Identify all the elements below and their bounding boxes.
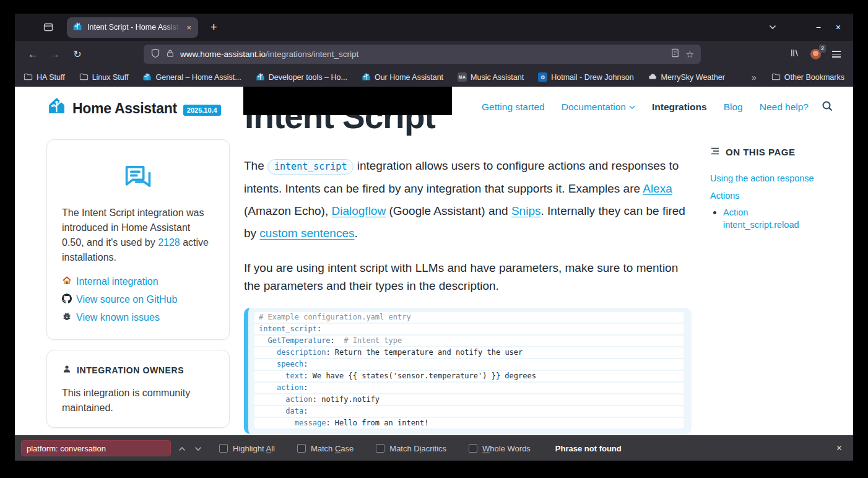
new-tab-button[interactable]: + xyxy=(206,20,222,35)
folder-icon xyxy=(24,72,33,83)
code-line: message: Hello from an intent! xyxy=(254,418,684,428)
page-content: Home Assistant 2025.10.4 Getting started… xyxy=(15,87,853,435)
browser-tab[interactable]: Intent Script - Home Assista × xyxy=(67,17,198,38)
whole-words-option[interactable]: Whole Words xyxy=(469,444,531,453)
bookmark-item[interactable]: o Hotmail - Drew Johnson xyxy=(538,72,633,82)
url-bar[interactable]: www.home-assistant.io/integrations/inten… xyxy=(144,45,701,64)
version-badge[interactable]: 2025.10.4 xyxy=(183,105,221,116)
owners-heading: INTEGRATION OWNERS xyxy=(62,364,214,376)
text: The xyxy=(244,159,267,172)
forward-button[interactable]: → xyxy=(46,45,64,64)
site-brand: Home Assistant xyxy=(72,99,177,118)
window-controls: − × xyxy=(769,22,846,32)
profile-badge: 2 xyxy=(819,45,826,53)
tab-favicon-ha-icon xyxy=(72,21,82,33)
highlight-all-label: Highlight All xyxy=(233,444,275,453)
site-logo[interactable]: Home Assistant 2025.10.4 xyxy=(47,96,221,118)
snips-link[interactable]: Snips xyxy=(511,204,541,217)
findbar-close-icon[interactable]: × xyxy=(831,443,847,454)
tab-close-icon[interactable]: × xyxy=(185,23,193,32)
bookmark-item[interactable]: General – Home Assist... xyxy=(142,72,241,83)
github-icon xyxy=(62,293,72,306)
bookmark-item[interactable]: Developer tools – Ho... xyxy=(256,72,347,83)
installations-link[interactable]: 2128 xyxy=(158,237,180,248)
bookmark-item[interactable]: MA Music Assistant xyxy=(458,72,524,82)
known-issues-link[interactable]: View known issues xyxy=(62,311,214,324)
browser-window: Intent Script - Home Assista × + − × ← →… xyxy=(15,14,853,461)
github-source-link[interactable]: View source on GitHub xyxy=(62,293,214,306)
search-icon[interactable] xyxy=(821,100,833,115)
highlight-all-option[interactable]: Highlight All xyxy=(219,444,275,453)
on-this-page: ON THIS PAGE Using the action response A… xyxy=(710,146,834,231)
toc-subitem: Action intent_script.reload xyxy=(723,206,816,231)
library-icon[interactable] xyxy=(790,48,799,60)
bookmarks-right: » Other Bookmarks xyxy=(752,72,844,83)
reload-button[interactable]: ↻ xyxy=(68,45,87,64)
code-line: text: We have {{ states('sensor.temperat… xyxy=(254,371,684,381)
bug-icon xyxy=(62,311,72,324)
find-input[interactable] xyxy=(21,440,171,456)
music-assistant-icon: MA xyxy=(458,72,467,82)
code-line: intent_script: xyxy=(254,324,684,334)
match-diacritics-option[interactable]: Match Diacritics xyxy=(376,444,446,453)
match-diacritics-checkbox[interactable] xyxy=(376,444,384,453)
match-diacritics-label: Match Diacritics xyxy=(389,444,446,453)
alexa-link[interactable]: Alexa xyxy=(643,182,672,195)
code-line: # Example configuration.yaml entry xyxy=(254,312,684,323)
other-bookmarks-folder[interactable]: Other Bookmarks xyxy=(771,72,844,83)
chevron-down-icon xyxy=(629,105,635,110)
find-previous-chevron-up-icon[interactable] xyxy=(178,443,186,454)
bookmark-item[interactable]: Our Home Assistant xyxy=(362,72,443,83)
dialogflow-link[interactable]: Dialogflow xyxy=(332,204,386,217)
minimize-button[interactable]: − xyxy=(816,22,821,32)
house-icon xyxy=(62,276,72,288)
home-assistant-icon xyxy=(256,72,265,83)
nav-need-help[interactable]: Need help? xyxy=(760,102,809,113)
toc-link-reload[interactable]: Action intent_script.reload xyxy=(723,207,799,230)
find-options: Highlight All Match Case Match Diacritic… xyxy=(219,444,531,453)
firefox-view-icon[interactable] xyxy=(38,17,58,37)
bookmark-label: Music Assistant xyxy=(471,73,524,82)
find-nav-buttons xyxy=(178,443,202,454)
toc-list-icon xyxy=(710,146,720,158)
bookmark-item[interactable]: Linux Stuff xyxy=(79,72,129,83)
nav-blog[interactable]: Blog xyxy=(724,102,743,113)
find-next-chevron-down-icon[interactable] xyxy=(194,443,202,454)
lock-icon[interactable] xyxy=(166,49,175,60)
back-button[interactable]: ← xyxy=(24,45,42,64)
window-close-button[interactable]: × xyxy=(836,22,841,32)
list-all-tabs-chevron-icon[interactable] xyxy=(769,25,776,30)
internal-integration-link[interactable]: Internal integration xyxy=(62,276,214,288)
integration-info-card: The Intent Script integration was introd… xyxy=(46,139,230,340)
menu-hamburger-icon[interactable] xyxy=(832,51,841,58)
nav-documentation[interactable]: Documentation xyxy=(562,102,635,113)
code-line: description: Return the temperature and … xyxy=(254,347,684,358)
integration-intro: The Intent Script integration was introd… xyxy=(62,206,214,265)
tracking-protection-shield-icon[interactable] xyxy=(150,48,160,61)
match-case-label: Match Case xyxy=(311,444,354,453)
bookmarks-overflow-chevron[interactable]: » xyxy=(752,72,757,82)
toc-link-actions[interactable]: Actions xyxy=(710,189,834,202)
article-paragraph-1: The intent_script integration allows use… xyxy=(244,155,692,245)
toc-link-action-response[interactable]: Using the action response xyxy=(710,172,834,185)
navigation-toolbar: ← → ↻ www.home-assistant.io/integrations… xyxy=(15,41,853,67)
nav-integrations[interactable]: Integrations xyxy=(652,102,707,113)
profile-avatar[interactable]: 2 xyxy=(810,49,821,59)
reader-mode-icon[interactable] xyxy=(671,48,680,60)
custom-sentences-link[interactable]: custom sentences xyxy=(259,227,354,240)
highlight-all-checkbox[interactable] xyxy=(219,444,228,453)
whole-words-label: Whole Words xyxy=(482,444,531,453)
person-icon xyxy=(62,364,72,376)
nav-getting-started[interactable]: Getting started xyxy=(482,102,545,113)
match-case-checkbox[interactable] xyxy=(297,444,306,453)
url-domain: www.home-assistant.io xyxy=(180,50,266,59)
bookmark-item[interactable]: MerrySky Weather xyxy=(648,72,725,83)
url-text[interactable]: www.home-assistant.io/integrations/inten… xyxy=(180,50,665,59)
whole-words-checkbox[interactable] xyxy=(469,444,477,453)
bookmark-item[interactable]: HA Stuff xyxy=(24,72,65,83)
github-source-label: View source on GitHub xyxy=(76,294,177,305)
cloud-icon xyxy=(648,72,658,83)
bookmark-star-icon[interactable]: ☆ xyxy=(686,49,694,60)
article-paragraph-2: If you are using intent script with LLMs… xyxy=(244,259,692,295)
match-case-option[interactable]: Match Case xyxy=(297,444,354,453)
